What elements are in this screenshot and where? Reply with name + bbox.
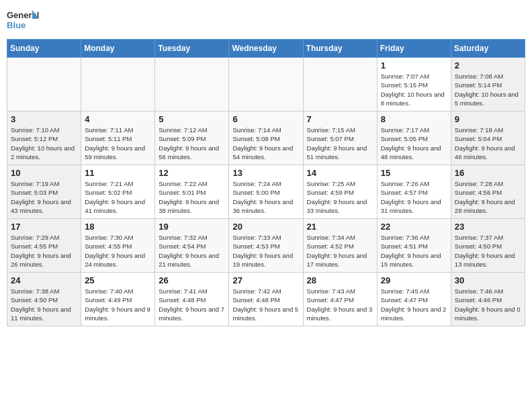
calendar-day-cell: 1Sunrise: 7:07 AM Sunset: 5:15 PM Daylig… [377,58,451,111]
day-info: Sunrise: 7:11 AM Sunset: 5:11 PM Dayligh… [85,126,151,161]
calendar-empty-cell [7,58,81,111]
day-info: Sunrise: 7:07 AM Sunset: 5:15 PM Dayligh… [381,72,447,107]
calendar-day-cell: 11Sunrise: 7:21 AM Sunset: 5:02 PM Dayli… [81,165,155,219]
day-info: Sunrise: 7:42 AM Sunset: 4:48 PM Dayligh… [232,287,299,322]
calendar-week-row: 3Sunrise: 7:10 AM Sunset: 5:12 PM Daylig… [7,111,525,165]
calendar-week-row: 24Sunrise: 7:38 AM Sunset: 4:50 PM Dayli… [7,273,525,326]
day-info: Sunrise: 7:38 AM Sunset: 4:50 PM Dayligh… [11,287,77,322]
day-header-sunday: Sunday [7,40,81,58]
svg-text:Blue: Blue [7,20,26,30]
day-number: 23 [455,222,521,232]
day-number: 16 [455,168,521,178]
day-number: 5 [159,114,225,124]
calendar-empty-cell [81,58,155,111]
calendar-day-cell: 5Sunrise: 7:12 AM Sunset: 5:09 PM Daylig… [155,111,229,165]
calendar-day-cell: 7Sunrise: 7:15 AM Sunset: 5:07 PM Daylig… [303,111,377,165]
day-info: Sunrise: 7:32 AM Sunset: 4:54 PM Dayligh… [159,233,225,269]
calendar-day-cell: 27Sunrise: 7:42 AM Sunset: 4:48 PM Dayli… [229,273,303,326]
day-info: Sunrise: 7:45 AM Sunset: 4:47 PM Dayligh… [381,287,447,322]
day-info: Sunrise: 7:34 AM Sunset: 4:52 PM Dayligh… [307,233,373,269]
day-info: Sunrise: 7:36 AM Sunset: 4:51 PM Dayligh… [381,233,447,269]
calendar-day-cell: 21Sunrise: 7:34 AM Sunset: 4:52 PM Dayli… [303,219,377,273]
day-info: Sunrise: 7:10 AM Sunset: 5:12 PM Dayligh… [11,126,77,161]
calendar-day-cell: 19Sunrise: 7:32 AM Sunset: 4:54 PM Dayli… [155,219,229,273]
logo-icon: GeneralBlue [7,7,40,34]
calendar-header-row: SundayMondayTuesdayWednesdayThursdayFrid… [7,40,525,58]
day-number: 14 [307,168,373,178]
day-number: 8 [381,114,447,124]
day-number: 30 [455,275,521,285]
calendar-day-cell: 29Sunrise: 7:45 AM Sunset: 4:47 PM Dayli… [377,273,451,326]
day-info: Sunrise: 7:21 AM Sunset: 5:02 PM Dayligh… [85,179,151,215]
day-number: 27 [232,275,299,285]
day-number: 19 [159,222,225,232]
day-info: Sunrise: 7:19 AM Sunset: 5:03 PM Dayligh… [11,179,77,215]
day-info: Sunrise: 7:08 AM Sunset: 5:14 PM Dayligh… [455,72,521,107]
calendar-empty-cell [229,58,303,111]
day-info: Sunrise: 7:43 AM Sunset: 4:47 PM Dayligh… [307,287,373,322]
day-number: 2 [455,60,521,71]
day-info: Sunrise: 7:29 AM Sunset: 4:55 PM Dayligh… [11,233,77,269]
day-header-saturday: Saturday [451,40,525,58]
day-number: 13 [232,168,299,178]
calendar-day-cell: 16Sunrise: 7:28 AM Sunset: 4:56 PM Dayli… [451,165,525,219]
day-info: Sunrise: 7:24 AM Sunset: 5:00 PM Dayligh… [232,179,299,215]
calendar-day-cell: 4Sunrise: 7:11 AM Sunset: 5:11 PM Daylig… [81,111,155,165]
calendar-day-cell: 6Sunrise: 7:14 AM Sunset: 5:08 PM Daylig… [229,111,303,165]
calendar-day-cell: 20Sunrise: 7:33 AM Sunset: 4:53 PM Dayli… [229,219,303,273]
calendar-day-cell: 28Sunrise: 7:43 AM Sunset: 4:47 PM Dayli… [303,273,377,326]
day-header-thursday: Thursday [303,40,377,58]
calendar-week-row: 17Sunrise: 7:29 AM Sunset: 4:55 PM Dayli… [7,219,525,273]
day-number: 4 [85,114,151,124]
calendar-day-cell: 17Sunrise: 7:29 AM Sunset: 4:55 PM Dayli… [7,219,81,273]
day-number: 12 [159,168,225,178]
day-header-tuesday: Tuesday [155,40,229,58]
calendar-empty-cell [303,58,377,111]
day-info: Sunrise: 7:26 AM Sunset: 4:57 PM Dayligh… [381,179,447,215]
day-number: 28 [307,275,373,285]
day-number: 20 [232,222,299,232]
day-number: 6 [232,114,299,124]
calendar-day-cell: 3Sunrise: 7:10 AM Sunset: 5:12 PM Daylig… [7,111,81,165]
day-info: Sunrise: 7:14 AM Sunset: 5:08 PM Dayligh… [232,126,299,161]
day-info: Sunrise: 7:41 AM Sunset: 4:48 PM Dayligh… [159,287,225,322]
day-info: Sunrise: 7:30 AM Sunset: 4:55 PM Dayligh… [85,233,151,269]
calendar-day-cell: 26Sunrise: 7:41 AM Sunset: 4:48 PM Dayli… [155,273,229,326]
day-header-wednesday: Wednesday [229,40,303,58]
day-info: Sunrise: 7:12 AM Sunset: 5:09 PM Dayligh… [159,126,225,161]
day-number: 9 [455,114,521,124]
calendar-table: SundayMondayTuesdayWednesdayThursdayFrid… [7,39,525,326]
calendar-day-cell: 2Sunrise: 7:08 AM Sunset: 5:14 PM Daylig… [451,58,525,111]
calendar-day-cell: 30Sunrise: 7:46 AM Sunset: 4:46 PM Dayli… [451,273,525,326]
calendar-day-cell: 15Sunrise: 7:26 AM Sunset: 4:57 PM Dayli… [377,165,451,219]
calendar-day-cell: 22Sunrise: 7:36 AM Sunset: 4:51 PM Dayli… [377,219,451,273]
day-number: 25 [85,275,151,285]
day-info: Sunrise: 7:33 AM Sunset: 4:53 PM Dayligh… [232,233,299,269]
day-number: 10 [11,168,77,178]
page-header: GeneralBlue [7,7,525,34]
day-info: Sunrise: 7:28 AM Sunset: 4:56 PM Dayligh… [455,179,521,215]
day-number: 22 [381,222,447,232]
day-info: Sunrise: 7:15 AM Sunset: 5:07 PM Dayligh… [307,126,373,161]
calendar-day-cell: 18Sunrise: 7:30 AM Sunset: 4:55 PM Dayli… [81,219,155,273]
day-info: Sunrise: 7:18 AM Sunset: 5:04 PM Dayligh… [455,126,521,161]
day-number: 21 [307,222,373,232]
calendar-day-cell: 14Sunrise: 7:25 AM Sunset: 4:59 PM Dayli… [303,165,377,219]
day-number: 11 [85,168,151,178]
day-number: 26 [159,275,225,285]
calendar-week-row: 1Sunrise: 7:07 AM Sunset: 5:15 PM Daylig… [7,58,525,111]
day-number: 18 [85,222,151,232]
day-number: 3 [11,114,77,124]
day-number: 17 [11,222,77,232]
calendar-day-cell: 8Sunrise: 7:17 AM Sunset: 5:05 PM Daylig… [377,111,451,165]
calendar-day-cell: 12Sunrise: 7:22 AM Sunset: 5:01 PM Dayli… [155,165,229,219]
calendar-day-cell: 23Sunrise: 7:37 AM Sunset: 4:50 PM Dayli… [451,219,525,273]
day-header-monday: Monday [81,40,155,58]
calendar-day-cell: 25Sunrise: 7:40 AM Sunset: 4:49 PM Dayli… [81,273,155,326]
calendar-week-row: 10Sunrise: 7:19 AM Sunset: 5:03 PM Dayli… [7,165,525,219]
day-info: Sunrise: 7:22 AM Sunset: 5:01 PM Dayligh… [159,179,225,215]
calendar-day-cell: 9Sunrise: 7:18 AM Sunset: 5:04 PM Daylig… [451,111,525,165]
day-header-friday: Friday [377,40,451,58]
day-info: Sunrise: 7:25 AM Sunset: 4:59 PM Dayligh… [307,179,373,215]
calendar-day-cell: 10Sunrise: 7:19 AM Sunset: 5:03 PM Dayli… [7,165,81,219]
